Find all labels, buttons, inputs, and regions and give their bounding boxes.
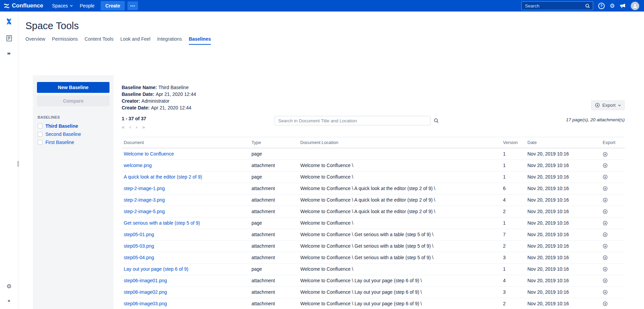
cell-export xyxy=(601,286,625,298)
document-link[interactable]: step06-image01.png xyxy=(124,278,167,283)
cell-version: 3 xyxy=(501,286,525,298)
pages-icon[interactable] xyxy=(5,34,14,43)
document-search-icon[interactable] xyxy=(434,118,439,123)
new-baseline-button[interactable]: New Baseline xyxy=(37,82,109,93)
export-row-icon[interactable] xyxy=(603,244,608,249)
export-row-icon[interactable] xyxy=(603,301,608,306)
column-header-date: Date xyxy=(525,137,601,148)
help-icon[interactable]: ? xyxy=(598,3,605,9)
confluence-logo[interactable]: Confluence xyxy=(3,2,43,9)
export-row-icon[interactable] xyxy=(603,163,608,168)
table-row: step06-image01.pngattachmentWelcome to C… xyxy=(122,275,625,286)
cell-document: step05-04.png xyxy=(122,252,249,263)
cell-type: page xyxy=(249,148,298,160)
document-link[interactable]: step05-03.png xyxy=(124,243,154,249)
cell-date: Nov 20, 2019 10:16 xyxy=(525,240,601,252)
document-link[interactable]: step05-01.png xyxy=(124,232,154,237)
cell-version: 1 xyxy=(501,171,525,183)
nav-spaces[interactable]: Spaces xyxy=(49,1,77,11)
cell-export xyxy=(601,252,625,263)
space-settings-icon[interactable]: ⚙ xyxy=(5,282,14,291)
cell-version: 2 xyxy=(501,240,525,252)
table-row: step-2-image-3.pngattachmentWelcome to C… xyxy=(122,194,625,206)
tab-look-and-feel[interactable]: Look and Feel xyxy=(120,36,150,45)
export-button[interactable]: Export xyxy=(591,100,625,110)
document-link[interactable]: step-2-image-1.png xyxy=(124,186,165,191)
document-link[interactable]: step05-04.png xyxy=(124,255,154,260)
cell-document: A quick look at the editor (step 2 of 9) xyxy=(122,171,249,183)
export-row-icon[interactable] xyxy=(603,198,608,203)
search-icon[interactable] xyxy=(585,3,590,8)
space-sidebar: ❞ ⚙ » xyxy=(0,12,18,309)
baseline-link-second-baseline[interactable]: Second Baseline xyxy=(45,131,81,137)
cell-location: Welcome to Confluence \ Lay out your pag… xyxy=(298,298,501,309)
document-link[interactable]: Get serious with a table (step 5 of 9) xyxy=(124,220,200,226)
tab-baselines[interactable]: Baselines xyxy=(189,36,211,45)
tab-content-tools[interactable]: Content Tools xyxy=(85,36,114,45)
export-row-icon[interactable] xyxy=(603,152,608,157)
cell-location: Welcome to Confluence \ Get serious with… xyxy=(298,229,501,240)
export-row-icon[interactable] xyxy=(603,209,608,214)
cell-date: Nov 20, 2019 10:16 xyxy=(525,217,601,229)
space-logo-icon[interactable] xyxy=(5,17,14,26)
table-row: step05-01.pngattachmentWelcome to Conflu… xyxy=(122,229,625,240)
document-link[interactable]: Lay out your page (step 6 of 9) xyxy=(124,266,188,272)
cell-document: step-2-image-3.png xyxy=(122,194,249,206)
tab-integrations[interactable]: Integrations xyxy=(157,36,182,45)
baseline-link-first-baseline[interactable]: First Baseline xyxy=(45,140,74,145)
nav-people[interactable]: People xyxy=(76,1,98,11)
baseline-link-third-baseline[interactable]: Third Baseline xyxy=(45,123,78,129)
pagination-last[interactable]: » xyxy=(142,124,145,129)
tab-permissions[interactable]: Permissions xyxy=(52,36,78,45)
compare-button[interactable]: Compare xyxy=(37,96,109,106)
export-row-icon[interactable] xyxy=(603,290,608,295)
document-link[interactable]: step06-image02.png xyxy=(124,289,167,295)
brand-text: Confluence xyxy=(12,2,43,9)
settings-gear-icon[interactable]: ⚙ xyxy=(610,3,615,9)
document-link[interactable]: A quick look at the editor (step 2 of 9) xyxy=(124,174,202,180)
megaphone-icon[interactable] xyxy=(620,3,626,8)
export-row-icon[interactable] xyxy=(603,186,608,191)
user-avatar[interactable] xyxy=(631,2,639,10)
baseline-checkbox[interactable] xyxy=(38,124,42,128)
document-link[interactable]: step-2-image-3.png xyxy=(124,197,165,203)
cell-document: step-2-image-1.png xyxy=(122,183,249,194)
pagination-next[interactable]: › xyxy=(136,124,137,129)
document-link[interactable]: Welcome to Confluence xyxy=(124,151,174,157)
pagination-prev[interactable]: ‹ xyxy=(129,124,131,129)
pagination-first[interactable]: « xyxy=(122,124,124,129)
blog-quote-icon[interactable]: ❞ xyxy=(5,51,14,60)
export-row-icon[interactable] xyxy=(603,221,608,226)
cell-type: attachment xyxy=(249,194,298,206)
global-search-input[interactable] xyxy=(524,3,585,9)
more-button[interactable]: ••• xyxy=(127,1,138,10)
document-link[interactable]: step-2-image-5.png xyxy=(124,209,165,214)
create-button[interactable]: Create xyxy=(101,1,125,11)
cell-version: 4 xyxy=(501,275,525,286)
export-row-icon[interactable] xyxy=(603,255,608,260)
document-link[interactable]: welcome.png xyxy=(124,163,152,168)
document-link[interactable]: step06-image03.png xyxy=(124,301,167,306)
tab-overview[interactable]: Overview xyxy=(25,36,45,45)
export-row-icon[interactable] xyxy=(603,267,608,272)
cell-date: Nov 20, 2019 10:16 xyxy=(525,229,601,240)
column-header-document: Document xyxy=(122,137,249,148)
export-row-icon[interactable] xyxy=(603,278,608,283)
baseline-checkbox[interactable] xyxy=(38,140,42,145)
export-icon xyxy=(595,103,600,108)
cell-export xyxy=(601,229,625,240)
export-row-icon[interactable] xyxy=(603,232,608,237)
baseline-checkbox[interactable] xyxy=(38,132,42,137)
cell-export xyxy=(601,263,625,275)
table-row: welcome.pngattachmentWelcome to Confluen… xyxy=(122,160,625,171)
baseline-main-column: Baseline Name: Third BaselineBaseline Da… xyxy=(122,75,625,309)
expand-sidebar-icon[interactable]: » xyxy=(5,296,14,305)
cell-export xyxy=(601,206,625,217)
table-row: step05-03.pngattachmentWelcome to Conflu… xyxy=(122,240,625,252)
sidebar-resize-grip[interactable] xyxy=(17,161,19,167)
cell-export xyxy=(601,194,625,206)
baselines-heading: BASELINES xyxy=(38,115,109,119)
document-search-input[interactable] xyxy=(275,116,430,125)
export-row-icon[interactable] xyxy=(603,174,608,180)
space-tools-tabs: OverviewPermissionsContent ToolsLook and… xyxy=(25,36,625,45)
